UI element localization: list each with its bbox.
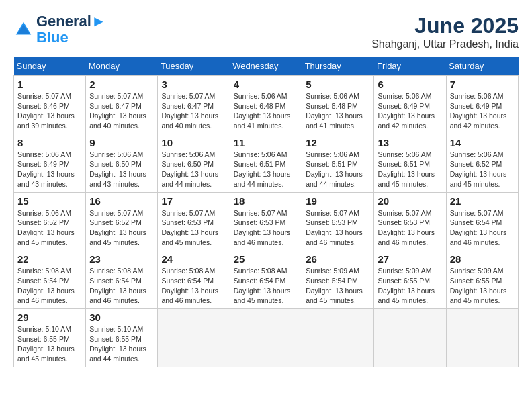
table-row: 30 Sunrise: 5:10 AMSunset: 6:55 PMDaylig… xyxy=(86,309,158,367)
day-detail: Sunrise: 5:06 AMSunset: 6:49 PMDaylight:… xyxy=(17,150,75,188)
table-row: 1 Sunrise: 5:07 AMSunset: 6:46 PMDayligh… xyxy=(14,76,86,134)
day-detail: Sunrise: 5:08 AMSunset: 6:54 PMDaylight:… xyxy=(89,267,146,304)
day-detail: Sunrise: 5:09 AMSunset: 6:54 PMDaylight:… xyxy=(306,267,363,304)
day-number: 6 xyxy=(378,79,442,90)
table-row: 13 Sunrise: 5:06 AMSunset: 6:51 PMDaylig… xyxy=(374,134,446,192)
day-number: 24 xyxy=(161,253,226,265)
col-sunday: Sunday xyxy=(14,57,86,76)
day-number: 28 xyxy=(450,253,515,265)
day-detail: Sunrise: 5:09 AMSunset: 6:55 PMDaylight:… xyxy=(450,267,507,304)
day-detail: Sunrise: 5:06 AMSunset: 6:50 PMDaylight:… xyxy=(89,150,146,188)
table-row: 17 Sunrise: 5:07 AMSunset: 6:53 PMDaylig… xyxy=(158,192,230,250)
table-row: 12 Sunrise: 5:06 AMSunset: 6:51 PMDaylig… xyxy=(302,134,374,192)
day-number: 19 xyxy=(306,195,370,207)
day-detail: Sunrise: 5:07 AMSunset: 6:52 PMDaylight:… xyxy=(89,209,146,246)
day-number: 21 xyxy=(450,195,515,207)
calendar-week-row: 22 Sunrise: 5:08 AMSunset: 6:54 PMDaylig… xyxy=(14,250,519,309)
table-row: 21 Sunrise: 5:07 AMSunset: 6:54 PMDaylig… xyxy=(446,192,518,250)
day-detail: Sunrise: 5:06 AMSunset: 6:49 PMDaylight:… xyxy=(378,92,435,130)
table-row: 3 Sunrise: 5:07 AMSunset: 6:47 PMDayligh… xyxy=(158,76,230,134)
day-detail: Sunrise: 5:07 AMSunset: 6:53 PMDaylight:… xyxy=(234,209,291,246)
day-number: 18 xyxy=(234,195,299,207)
day-number: 16 xyxy=(89,195,154,207)
day-number: 2 xyxy=(89,79,154,90)
day-number: 29 xyxy=(17,312,82,323)
month-title: June 2025 xyxy=(371,13,519,38)
calendar-week-row: 15 Sunrise: 5:06 AMSunset: 6:52 PMDaylig… xyxy=(14,192,519,250)
col-saturday: Saturday xyxy=(446,57,518,76)
table-row: 14 Sunrise: 5:06 AMSunset: 6:52 PMDaylig… xyxy=(446,134,518,192)
table-row: 15 Sunrise: 5:06 AMSunset: 6:52 PMDaylig… xyxy=(14,192,86,250)
day-detail: Sunrise: 5:07 AMSunset: 6:54 PMDaylight:… xyxy=(450,209,507,246)
table-row: 11 Sunrise: 5:06 AMSunset: 6:51 PMDaylig… xyxy=(230,134,302,192)
day-detail: Sunrise: 5:07 AMSunset: 6:46 PMDaylight:… xyxy=(17,92,75,130)
table-row: 19 Sunrise: 5:07 AMSunset: 6:53 PMDaylig… xyxy=(302,192,374,250)
day-detail: Sunrise: 5:06 AMSunset: 6:49 PMDaylight:… xyxy=(450,92,507,130)
day-number: 13 xyxy=(378,137,442,148)
table-row: 16 Sunrise: 5:07 AMSunset: 6:52 PMDaylig… xyxy=(86,192,158,250)
location-title: Shahganj, Uttar Pradesh, India xyxy=(371,38,519,50)
day-number: 23 xyxy=(89,253,154,265)
day-number: 10 xyxy=(161,137,226,148)
day-number: 3 xyxy=(161,79,226,90)
calendar-week-row: 29 Sunrise: 5:10 AMSunset: 6:55 PMDaylig… xyxy=(14,309,519,367)
day-detail: Sunrise: 5:10 AMSunset: 6:55 PMDaylight:… xyxy=(89,325,146,363)
day-number: 27 xyxy=(378,253,442,265)
day-number: 7 xyxy=(450,79,515,90)
col-wednesday: Wednesday xyxy=(230,57,302,76)
table-row: 10 Sunrise: 5:06 AMSunset: 6:50 PMDaylig… xyxy=(158,134,230,192)
day-detail: Sunrise: 5:09 AMSunset: 6:55 PMDaylight:… xyxy=(378,267,435,304)
table-row: 23 Sunrise: 5:08 AMSunset: 6:54 PMDaylig… xyxy=(86,250,158,309)
day-number: 12 xyxy=(306,137,370,148)
day-detail: Sunrise: 5:06 AMSunset: 6:51 PMDaylight:… xyxy=(234,150,291,188)
day-number: 11 xyxy=(234,137,299,148)
day-detail: Sunrise: 5:10 AMSunset: 6:55 PMDaylight:… xyxy=(17,325,75,363)
table-row: 29 Sunrise: 5:10 AMSunset: 6:55 PMDaylig… xyxy=(14,309,86,367)
day-number: 26 xyxy=(306,253,370,265)
table-row xyxy=(158,309,230,367)
day-number: 5 xyxy=(306,79,370,90)
day-detail: Sunrise: 5:06 AMSunset: 6:51 PMDaylight:… xyxy=(306,150,363,188)
day-detail: Sunrise: 5:08 AMSunset: 6:54 PMDaylight:… xyxy=(161,267,218,304)
day-detail: Sunrise: 5:07 AMSunset: 6:47 PMDaylight:… xyxy=(89,92,146,130)
day-detail: Sunrise: 5:07 AMSunset: 6:47 PMDaylight:… xyxy=(161,92,218,130)
day-detail: Sunrise: 5:06 AMSunset: 6:50 PMDaylight:… xyxy=(161,150,218,188)
day-number: 8 xyxy=(17,137,82,148)
day-detail: Sunrise: 5:07 AMSunset: 6:53 PMDaylight:… xyxy=(306,209,363,246)
day-number: 9 xyxy=(89,137,154,148)
day-detail: Sunrise: 5:06 AMSunset: 6:52 PMDaylight:… xyxy=(17,209,75,246)
table-row: 25 Sunrise: 5:08 AMSunset: 6:54 PMDaylig… xyxy=(230,250,302,309)
table-row: 9 Sunrise: 5:06 AMSunset: 6:50 PMDayligh… xyxy=(86,134,158,192)
calendar-week-row: 1 Sunrise: 5:07 AMSunset: 6:46 PMDayligh… xyxy=(14,76,519,134)
col-friday: Friday xyxy=(374,57,446,76)
table-row: 5 Sunrise: 5:06 AMSunset: 6:48 PMDayligh… xyxy=(302,76,374,134)
table-row: 6 Sunrise: 5:06 AMSunset: 6:49 PMDayligh… xyxy=(374,76,446,134)
day-number: 20 xyxy=(378,195,442,207)
day-number: 17 xyxy=(161,195,226,207)
table-row: 20 Sunrise: 5:07 AMSunset: 6:53 PMDaylig… xyxy=(374,192,446,250)
title-area: June 2025 Shahganj, Uttar Pradesh, India xyxy=(371,13,519,50)
table-row: 18 Sunrise: 5:07 AMSunset: 6:53 PMDaylig… xyxy=(230,192,302,250)
col-monday: Monday xyxy=(86,57,158,76)
table-row: 8 Sunrise: 5:06 AMSunset: 6:49 PMDayligh… xyxy=(14,134,86,192)
table-row: 26 Sunrise: 5:09 AMSunset: 6:54 PMDaylig… xyxy=(302,250,374,309)
day-number: 15 xyxy=(17,195,82,207)
day-detail: Sunrise: 5:06 AMSunset: 6:48 PMDaylight:… xyxy=(234,92,291,130)
table-row: 24 Sunrise: 5:08 AMSunset: 6:54 PMDaylig… xyxy=(158,250,230,309)
table-row: 28 Sunrise: 5:09 AMSunset: 6:55 PMDaylig… xyxy=(446,250,518,309)
table-row xyxy=(374,309,446,367)
calendar-table: Sunday Monday Tuesday Wednesday Thursday… xyxy=(13,57,519,367)
day-detail: Sunrise: 5:06 AMSunset: 6:51 PMDaylight:… xyxy=(378,150,435,188)
table-row: 2 Sunrise: 5:07 AMSunset: 6:47 PMDayligh… xyxy=(86,76,158,134)
day-number: 30 xyxy=(89,312,154,323)
table-row: 27 Sunrise: 5:09 AMSunset: 6:55 PMDaylig… xyxy=(374,250,446,309)
day-number: 1 xyxy=(17,79,82,90)
day-detail: Sunrise: 5:08 AMSunset: 6:54 PMDaylight:… xyxy=(17,267,75,304)
logo-text: General► Blue xyxy=(36,13,106,46)
table-row xyxy=(446,309,518,367)
logo-icon xyxy=(13,19,34,40)
table-row: 7 Sunrise: 5:06 AMSunset: 6:49 PMDayligh… xyxy=(446,76,518,134)
table-row: 22 Sunrise: 5:08 AMSunset: 6:54 PMDaylig… xyxy=(14,250,86,309)
day-number: 4 xyxy=(234,79,299,90)
day-detail: Sunrise: 5:07 AMSunset: 6:53 PMDaylight:… xyxy=(378,209,435,246)
